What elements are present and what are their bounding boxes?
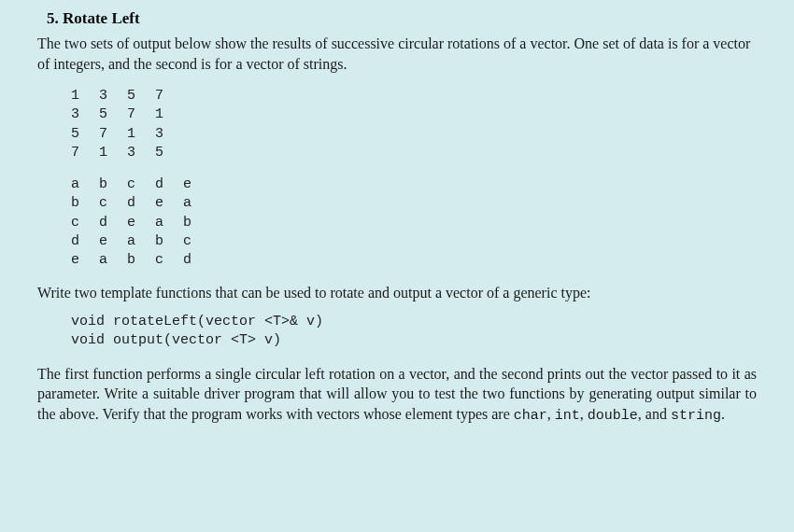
type-double: double (588, 408, 638, 424)
output-row: 3571 (71, 105, 757, 124)
output-cell: e (183, 175, 211, 194)
output-cell: 5 (71, 125, 99, 144)
code-line-1: void rotateLeft(vector <T>& v) (71, 314, 323, 329)
output-cell: 5 (127, 87, 155, 105)
output-row: 7135 (71, 144, 757, 162)
output-cell: b (71, 194, 99, 213)
output-cell: e (71, 251, 99, 270)
comma-3: , and (638, 406, 671, 422)
output-row: 1357 (71, 87, 757, 105)
type-int: int (555, 408, 580, 424)
output-cell: b (155, 232, 183, 251)
output-cell: 3 (155, 125, 183, 144)
output-cell: 5 (99, 105, 127, 124)
output-cell: e (99, 232, 127, 251)
output-cell: e (127, 214, 155, 232)
output-cell: 7 (127, 105, 155, 124)
output-cell: d (155, 175, 183, 194)
output-cell: 1 (99, 144, 127, 162)
output-cell: 5 (155, 144, 183, 162)
type-string: string (671, 408, 721, 424)
period: . (721, 406, 725, 422)
output-row: abcde (71, 175, 757, 194)
output-cell: c (99, 194, 127, 213)
output-cell: d (127, 194, 155, 213)
output-cell: a (127, 232, 155, 251)
output-cell: d (71, 232, 99, 251)
output-cell: 1 (127, 125, 155, 144)
output-row: cdeab (71, 214, 757, 232)
output-cell: 3 (127, 144, 155, 162)
type-char: char (514, 408, 547, 424)
output-cell: a (99, 251, 127, 270)
mid-paragraph: Write two template functions that can be… (37, 283, 757, 303)
output-cell: a (71, 175, 99, 194)
output-cell: 1 (155, 105, 183, 124)
output-cell: c (183, 232, 211, 251)
output-cell: 3 (71, 105, 99, 124)
code-line-2: void output(vector <T> v) (71, 332, 281, 348)
int-output-block: 1357357157137135 (71, 87, 757, 162)
code-block: void rotateLeft(vector <T>& v) void outp… (71, 313, 757, 351)
output-cell: c (127, 175, 155, 194)
output-cell: d (183, 251, 211, 270)
output-cell: e (155, 194, 183, 213)
exercise-page: 5. Rotate Left The two sets of output be… (0, 0, 794, 444)
output-row: eabcd (71, 251, 757, 270)
output-cell: 7 (99, 125, 127, 144)
comma-2: , (580, 406, 588, 422)
string-output-block: abcdebcdeacdeabdeabceabcd (71, 175, 757, 270)
output-cell: a (155, 214, 183, 232)
output-cell: 3 (99, 87, 127, 105)
output-cell: a (183, 194, 211, 213)
output-cell: 7 (71, 144, 99, 162)
output-row: 5713 (71, 125, 757, 144)
output-cell: b (99, 175, 127, 194)
closing-paragraph: The first function performs a single cir… (37, 364, 757, 426)
output-cell: b (127, 251, 155, 270)
output-cell: c (155, 251, 183, 270)
output-row: deabc (71, 232, 757, 251)
output-cell: b (183, 214, 211, 232)
output-cell: c (71, 214, 99, 232)
output-cell: 1 (71, 87, 99, 105)
comma-1: , (547, 406, 555, 422)
output-cell: d (99, 214, 127, 232)
output-cell: 7 (155, 87, 183, 105)
intro-paragraph: The two sets of output below show the re… (37, 34, 757, 74)
problem-heading: 5. Rotate Left (47, 9, 757, 28)
output-row: bcdea (71, 194, 757, 213)
